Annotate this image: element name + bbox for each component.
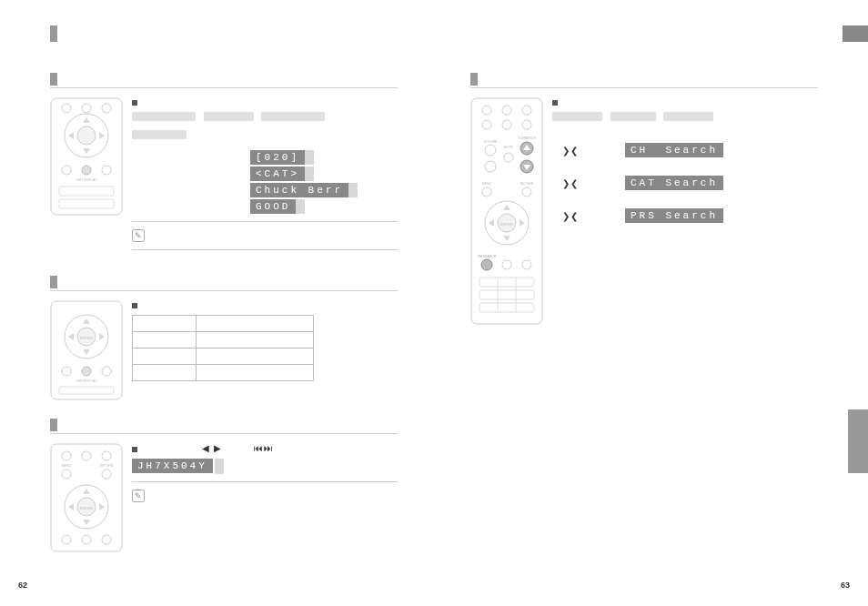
svg-text:VOLUME: VOLUME <box>484 140 498 144</box>
svg-point-66 <box>482 187 491 197</box>
svg-point-45 <box>82 535 91 544</box>
svg-point-46 <box>102 535 111 544</box>
remote-illustration: ENTER XM DISPLAY <box>50 300 123 400</box>
note-icon: ✎ <box>132 229 145 242</box>
svg-text:MUTE: MUTE <box>504 146 514 149</box>
svg-point-77 <box>502 260 511 269</box>
svg-text:RETURN: RETURN <box>100 464 114 468</box>
page-number: 63 <box>841 581 850 590</box>
svg-point-48 <box>482 106 491 115</box>
step-bullet <box>132 303 137 308</box>
section-marker <box>50 73 57 86</box>
step-bullet <box>132 447 137 452</box>
search-mode-row: ❯❮ PRS Search <box>552 208 818 223</box>
updown-icon: ❯❮ <box>552 211 589 221</box>
lcd-line: [020] <box>250 150 398 165</box>
step-bullet <box>552 100 558 106</box>
svg-text:MENU: MENU <box>482 182 492 186</box>
note-icon: ✎ <box>132 490 145 502</box>
placeholder-text <box>132 112 196 121</box>
svg-point-49 <box>502 106 511 115</box>
svg-point-61 <box>485 161 496 172</box>
step-bullet <box>132 100 137 106</box>
svg-point-31 <box>82 451 91 460</box>
svg-point-25 <box>82 367 91 376</box>
section-search-modes: TUNING/CH VOLUME MUTE MENU <box>470 73 818 325</box>
skip-icon: ⏮⏭ <box>254 443 274 453</box>
section-marker <box>50 419 57 431</box>
svg-point-67 <box>522 187 531 197</box>
placeholder-text <box>611 112 656 121</box>
info-table <box>132 315 314 381</box>
lcd-text: JH7X504Y <box>132 459 213 473</box>
svg-text:XM SEARCH: XM SEARCH <box>478 255 497 258</box>
svg-rect-80 <box>479 290 534 299</box>
svg-point-11 <box>82 166 91 175</box>
updown-icon: ❯❮ <box>552 146 589 156</box>
section-marker <box>470 73 478 86</box>
svg-point-36 <box>102 470 111 479</box>
search-mode-row: ❯❮ CH Search <box>552 143 818 157</box>
svg-text:XM DISPLAY: XM DISPLAY <box>76 177 97 182</box>
svg-point-76 <box>481 259 492 270</box>
svg-point-50 <box>522 106 531 115</box>
svg-rect-15 <box>59 199 114 208</box>
svg-text:XM DISPLAY: XM DISPLAY <box>76 379 97 383</box>
svg-point-78 <box>522 260 531 269</box>
placeholder-text <box>204 112 254 121</box>
lcd-text: PRS Search <box>625 208 723 223</box>
section-radio-id: MENU RETURN ENTER <box>50 419 398 552</box>
svg-point-2 <box>77 126 96 145</box>
svg-rect-14 <box>59 187 114 196</box>
svg-point-9 <box>102 104 111 113</box>
updown-icon: ❯❮ <box>552 178 589 188</box>
remote-illustration: XM DISPLAY <box>50 97 123 216</box>
svg-text:MENU: MENU <box>62 464 72 468</box>
search-mode-row: ❯❮ CAT Search <box>552 176 818 190</box>
lcd-line: GOOD <box>250 199 398 214</box>
lcd-text: [020] <box>250 150 305 165</box>
page-number: 62 <box>18 581 27 590</box>
placeholder-text <box>132 130 187 139</box>
svg-point-35 <box>62 470 71 479</box>
lcd-text: <CAT> <box>250 167 305 181</box>
lcd-text: CH Search <box>625 143 723 157</box>
svg-text:RETURN: RETURN <box>520 182 534 186</box>
section-display-info: XM DISPLAY <box>50 73 398 258</box>
svg-rect-28 <box>59 387 114 394</box>
lcd-line: Chuck Berr <box>250 183 398 197</box>
svg-point-24 <box>62 367 71 376</box>
placeholder-text <box>261 112 325 121</box>
side-tab <box>848 409 868 473</box>
remote-illustration-tall: TUNING/CH VOLUME MUTE MENU <box>470 97 543 325</box>
svg-point-32 <box>102 451 111 460</box>
left-right-icon: ◀ ▶ <box>202 443 222 453</box>
svg-point-52 <box>502 120 511 129</box>
svg-point-60 <box>485 145 496 156</box>
placeholder-text <box>552 112 602 121</box>
svg-point-10 <box>62 166 71 175</box>
svg-point-62 <box>504 153 513 162</box>
svg-text:ENTER: ENTER <box>500 222 513 227</box>
lcd-line: <CAT> <box>250 167 398 181</box>
svg-point-12 <box>102 166 111 175</box>
lcd-text: CAT Search <box>625 176 723 190</box>
svg-rect-81 <box>479 303 534 312</box>
svg-text:TUNING/CH: TUNING/CH <box>518 136 536 140</box>
chapter-tab <box>50 25 57 42</box>
chapter-tab <box>843 25 868 42</box>
section-marker <box>50 276 57 288</box>
svg-point-44 <box>62 535 71 544</box>
remote-illustration: MENU RETURN ENTER <box>50 443 123 552</box>
svg-rect-79 <box>479 278 534 287</box>
svg-point-7 <box>62 104 71 113</box>
svg-text:ENTER: ENTER <box>80 506 93 510</box>
svg-point-53 <box>522 120 531 129</box>
svg-point-51 <box>482 120 491 129</box>
section-info-table: ENTER XM DISPLAY <box>50 276 398 400</box>
lcd-text: Chuck Berr <box>250 183 348 197</box>
svg-point-8 <box>82 104 91 113</box>
placeholder-text <box>663 112 713 121</box>
svg-point-26 <box>102 367 111 376</box>
svg-text:ENTER: ENTER <box>80 336 93 340</box>
